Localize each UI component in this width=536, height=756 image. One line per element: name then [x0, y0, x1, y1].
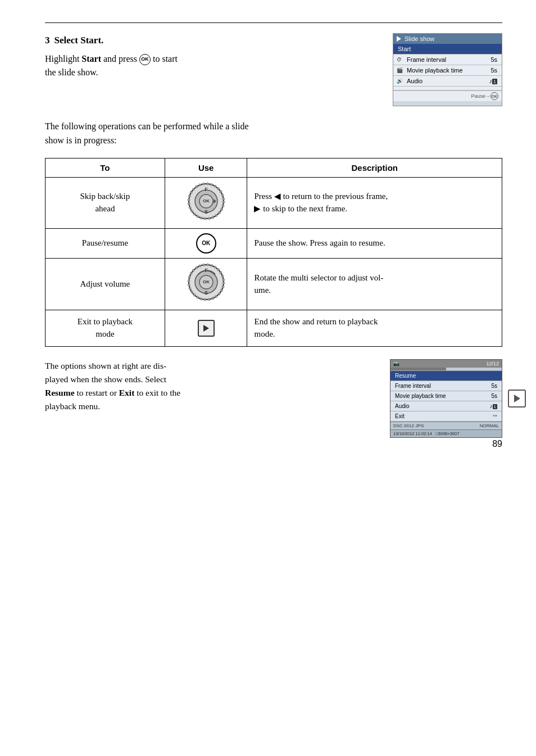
to-cell-pause: Pause/resume [46, 229, 165, 259]
bottom-section: The options shown at right are dis- play… [45, 359, 502, 438]
svg-text:F: F [205, 187, 208, 192]
lcd-item-movie-playback: 🎬 Movie playback time 5s [393, 65, 502, 76]
table-row: Exit to playbackmode End the show and re… [46, 310, 502, 347]
step-number: 3 [45, 35, 50, 46]
table-row: Adjust volume F S OK Rotate the multi [46, 259, 502, 310]
svg-text:S: S [205, 209, 208, 215]
operations-intro: The following operations can be performe… [45, 120, 502, 148]
lcd-item-start: Start [393, 44, 502, 55]
use-cell-pause: OK [165, 229, 247, 259]
play-button-icon [198, 320, 215, 337]
table-row: Skip back/skipahead F S [46, 177, 502, 229]
svg-text:OK: OK [203, 279, 210, 284]
svg-text:S: S [205, 290, 208, 296]
desc-cell-exit: End the show and return to playbackmode. [247, 310, 502, 347]
lcd2-footer2: 13/10/2012 11:02:14 □3008×3007 [390, 429, 502, 437]
lcd2-topbar: 📷 12/12 [390, 360, 502, 368]
ok-circle-icon: OK [196, 233, 216, 253]
lcd-item-frame-interval: ⏱ Frame interval 5s [393, 55, 502, 65]
lcd2-progress-bar [390, 368, 502, 371]
desc-cell-volume: Rotate the multi selector to adjust vol-… [247, 259, 502, 310]
lcd2-item-audio: Audio ♪1 [390, 401, 502, 411]
lcd-item-audio: 🔊 Audio ♪1 [393, 76, 502, 87]
play-icon [397, 36, 401, 42]
step-title: Select Start. [54, 35, 104, 46]
lcd2-footer1: DSC 0012 JPG NORMAL [390, 422, 502, 429]
lcd-header: Slide show [393, 34, 502, 44]
frame-count: 12/12 [486, 361, 499, 366]
table-row: Pause/resume OK Pause the show. Press ag… [46, 229, 502, 259]
lcd-footer: Pause→OK [393, 90, 502, 101]
lcd2-item-frame-interval: Frame interval 5s [390, 381, 502, 391]
section-text: 3 Select Start. Highlight Start and pres… [45, 33, 381, 80]
use-cell-volume: F S OK [165, 259, 247, 310]
lcd-bottom-container: 📷 12/12 Resume Frame interval 5s Movie p… [390, 359, 502, 438]
lcd-title: Slide show [405, 35, 434, 42]
to-cell-skip: Skip back/skipahead [46, 177, 165, 229]
sidebar-play-icon [508, 390, 526, 408]
page-number: 89 [492, 439, 502, 449]
desc-cell-skip: Press ◀ to return to the previous frame,… [247, 177, 502, 229]
svg-text:OK: OK [203, 198, 210, 203]
camera-icon: 📷 [393, 361, 399, 366]
to-cell-exit: Exit to playbackmode [46, 310, 165, 347]
multi-dial-vol-icon: F S OK [187, 263, 225, 301]
section-3-content: 3 Select Start. Highlight Start and pres… [45, 33, 502, 106]
to-cell-volume: Adjust volume [46, 259, 165, 310]
lcd-item-empty [393, 87, 502, 90]
col-header-use: Use [165, 158, 247, 177]
col-header-desc: Description [247, 158, 502, 177]
use-cell-skip: F S OK [165, 177, 247, 229]
bottom-text: The options shown at right are dis- play… [45, 359, 376, 413]
step-body: Highlight Start and press OK to start th… [45, 52, 381, 80]
multi-dial-icon: F S OK [187, 182, 225, 220]
top-border [45, 22, 502, 23]
desc-cell-pause: Pause the show. Press again to resume. [247, 229, 502, 259]
lcd-bottom: 📷 12/12 Resume Frame interval 5s Movie p… [390, 359, 502, 438]
use-cell-exit [165, 310, 247, 347]
operations-table: To Use Description Skip back/skipahead [45, 158, 502, 347]
lcd2-item-resume: Resume [390, 371, 502, 381]
ok-icon: OK [139, 54, 151, 65]
col-header-to: To [46, 158, 165, 177]
lcd2-item-exit: Exit ››› [390, 411, 502, 422]
lcd-top: Slide show Start ⏱ Frame interval 5s 🎬 M… [393, 33, 502, 106]
lcd2-item-movie-playback: Movie playback time 5s [390, 391, 502, 401]
